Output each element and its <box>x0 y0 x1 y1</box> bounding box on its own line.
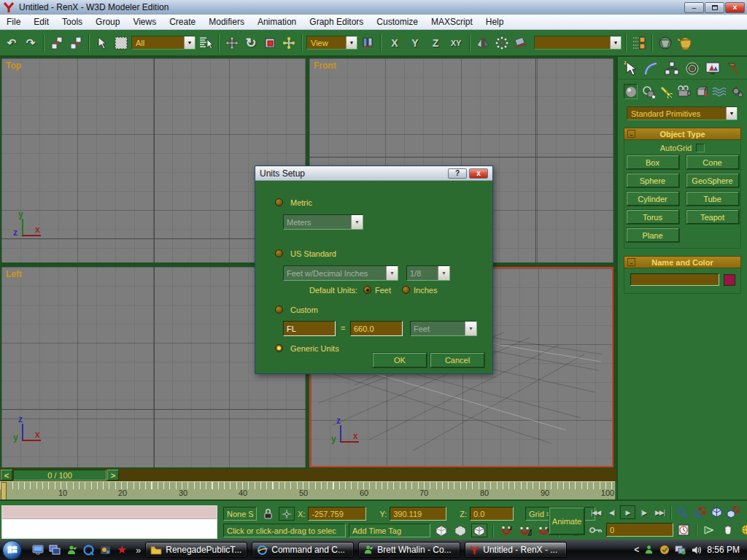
menu-edit[interactable]: Edit <box>27 15 55 29</box>
redo-icon[interactable]: ↷ <box>22 34 39 52</box>
select-and-manipulate-icon[interactable] <box>280 34 298 52</box>
close-button[interactable]: × <box>725 2 745 13</box>
cone-button[interactable]: Cone <box>686 155 739 169</box>
set-key-icon[interactable] <box>588 523 604 537</box>
dialog-help-button[interactable]: ? <box>448 168 467 179</box>
shapes-category-icon[interactable] <box>641 84 655 99</box>
window-titlebar[interactable]: Untitled - RenX - W3D Modeler Edition – … <box>0 0 747 15</box>
menu-animation[interactable]: Animation <box>251 15 303 29</box>
custom-name-input[interactable] <box>283 321 336 336</box>
y-coord-field[interactable]: 390.119 <box>390 507 446 521</box>
hierarchy-tab-icon[interactable] <box>663 60 681 77</box>
messenger-icon[interactable] <box>66 544 77 556</box>
menu-views[interactable]: Views <box>126 15 163 29</box>
cancel-button[interactable]: Cancel <box>430 353 484 368</box>
select-and-scale-icon[interactable] <box>261 34 279 52</box>
play-icon[interactable]: ▶ <box>620 505 635 519</box>
geometry-category-icon[interactable] <box>624 84 638 99</box>
cameras-category-icon[interactable] <box>676 84 691 99</box>
go-to-start-icon[interactable]: |◀◀ <box>588 505 603 519</box>
select-and-rotate-icon[interactable]: ↻ <box>242 34 260 52</box>
pan-truck-icon[interactable] <box>702 523 718 537</box>
named-selection-dropdown[interactable]: ▼ <box>534 36 622 50</box>
listener-script-row[interactable] <box>2 519 217 538</box>
restrict-z-button[interactable]: Z <box>426 34 445 52</box>
chevron-down-icon[interactable]: ▼ <box>184 36 195 49</box>
minimize-button[interactable]: – <box>684 2 704 13</box>
tray-security-icon[interactable] <box>659 545 670 555</box>
motion-tab-icon[interactable] <box>684 60 701 77</box>
tray-chevron-icon[interactable]: < <box>634 545 639 555</box>
select-and-link-icon[interactable] <box>48 34 66 52</box>
tray-clock[interactable]: 8:56 PM <box>707 545 740 555</box>
z-coord-field[interactable]: 0.0 <box>470 507 514 521</box>
coordinate-system-dropdown[interactable]: View ▼ <box>306 36 357 50</box>
use-pivot-point-icon[interactable] <box>359 34 376 52</box>
autogrid-checkbox[interactable] <box>696 144 705 152</box>
menu-file[interactable]: File <box>0 15 27 29</box>
material-editor-icon[interactable] <box>657 34 674 52</box>
default-inches-radio[interactable] <box>402 286 410 294</box>
x-coord-field[interactable]: -257.759 <box>308 507 366 521</box>
custom-value-input[interactable] <box>350 321 403 336</box>
track-bar-ruler[interactable]: 10 20 30 40 50 60 70 80 90 100 <box>0 481 615 499</box>
menu-help[interactable]: Help <box>479 15 511 29</box>
next-frame-arrow[interactable]: > <box>107 470 119 481</box>
select-by-name-icon[interactable] <box>197 34 214 52</box>
add-time-tag[interactable]: Add Time Tag <box>349 524 430 537</box>
selection-lock-icon[interactable] <box>260 507 276 521</box>
array-icon[interactable] <box>493 34 511 52</box>
torus-button[interactable]: Torus <box>627 210 679 224</box>
start-button[interactable] <box>2 540 22 560</box>
name-color-rollout-header[interactable]: - Name and Color <box>624 256 741 268</box>
chevron-down-icon[interactable]: ▼ <box>610 36 621 49</box>
tray-messenger-icon[interactable] <box>644 545 654 555</box>
select-object-icon[interactable] <box>93 34 111 52</box>
time-configuration-icon[interactable] <box>676 523 692 537</box>
restrict-y-button[interactable]: Y <box>406 34 425 52</box>
absolute-mode-icon[interactable] <box>279 507 295 521</box>
pan-hand-icon[interactable] <box>720 523 736 537</box>
listener-macro-row[interactable] <box>2 506 217 519</box>
helpers-category-icon[interactable] <box>694 84 708 99</box>
object-name-input[interactable] <box>630 273 719 286</box>
animate-button[interactable]: Animate <box>549 508 584 534</box>
zoom-icon[interactable] <box>675 505 691 519</box>
select-and-move-icon[interactable] <box>223 34 241 52</box>
plane-button[interactable]: Plane <box>627 228 679 242</box>
quicktime-icon[interactable] <box>82 544 94 556</box>
shaded-cube-icon[interactable] <box>433 524 449 537</box>
unlink-selection-icon[interactable] <box>67 34 85 52</box>
menu-tools[interactable]: Tools <box>55 15 89 29</box>
previous-frame-arrow[interactable]: < <box>1 470 12 481</box>
object-type-rollout-header[interactable]: - Object Type <box>624 128 741 140</box>
default-feet-radio[interactable] <box>363 286 371 294</box>
restrict-xy-button[interactable]: XY <box>446 34 465 52</box>
taskbar-button-browser[interactable]: Command and C... <box>252 542 354 558</box>
chevron-down-icon[interactable]: ▼ <box>346 36 357 49</box>
teapot-button[interactable]: Teapot <box>686 210 739 224</box>
menu-modifiers[interactable]: Modifiers <box>202 15 251 29</box>
create-tab-icon[interactable] <box>622 60 640 77</box>
time-slider-display[interactable]: 0 / 100 <box>13 470 107 481</box>
maxscript-mini-listener[interactable] <box>1 505 217 539</box>
geosphere-button[interactable]: GeoSphere <box>686 174 739 187</box>
snap-toggle-3d-icon[interactable]: 3 <box>499 524 515 537</box>
switch-windows-icon[interactable] <box>49 544 61 556</box>
spacewarps-category-icon[interactable] <box>712 84 727 99</box>
mirror-icon[interactable] <box>474 34 492 52</box>
maximize-button[interactable] <box>705 2 724 13</box>
modify-tab-icon[interactable] <box>643 60 660 77</box>
media-player-icon[interactable] <box>99 544 111 556</box>
display-tab-icon[interactable] <box>704 60 721 77</box>
dialog-close-button[interactable]: x <box>469 168 488 179</box>
systems-category-icon[interactable] <box>730 84 744 99</box>
us-standard-radio[interactable] <box>275 249 283 257</box>
align-icon[interactable] <box>512 34 530 52</box>
cylinder-button[interactable]: Cylinder <box>627 192 679 206</box>
winrar-icon[interactable]: ★ <box>116 544 128 556</box>
dialog-titlebar[interactable]: Units Setup ? x <box>255 166 492 181</box>
zoom-region-icon[interactable] <box>692 505 708 519</box>
angle-snap-icon[interactable] <box>518 524 534 537</box>
utilities-tab-icon[interactable] <box>724 60 742 77</box>
